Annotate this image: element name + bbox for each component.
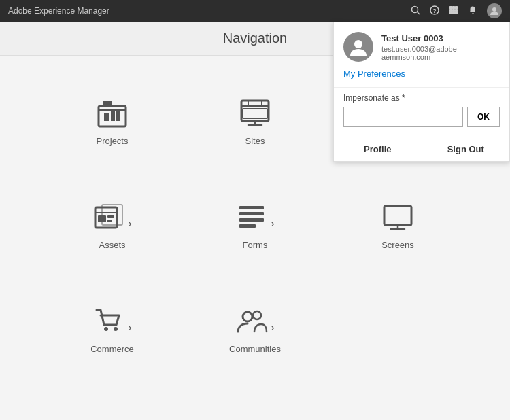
forms-icon: › bbox=[235, 200, 274, 233]
popup-footer: Profile Sign Out bbox=[334, 137, 509, 161]
svg-rect-7 bbox=[455, 12, 458, 14]
forms-label: Forms bbox=[243, 240, 268, 250]
svg-rect-17 bbox=[104, 113, 109, 121]
projects-label: Projects bbox=[97, 136, 129, 146]
svg-rect-29 bbox=[107, 215, 114, 218]
svg-text:?: ? bbox=[432, 7, 437, 14]
svg-rect-30 bbox=[107, 220, 112, 222]
svg-rect-6 bbox=[449, 12, 452, 14]
help-icon[interactable]: ? bbox=[430, 5, 439, 17]
search-icon[interactable] bbox=[411, 5, 420, 17]
assets-icon: › bbox=[92, 200, 131, 233]
svg-rect-35 bbox=[239, 224, 256, 228]
svg-rect-12 bbox=[452, 9, 455, 12]
user-popup: Test User 0003 test.user.0003@adobe-aemm… bbox=[333, 22, 510, 162]
commerce-icon: › bbox=[92, 304, 131, 337]
sites-label: Sites bbox=[245, 136, 265, 146]
projects-icon bbox=[96, 97, 129, 129]
svg-point-40 bbox=[253, 311, 261, 319]
svg-rect-9 bbox=[452, 12, 455, 14]
impersonate-section: Impersonate as * OK bbox=[334, 87, 509, 137]
top-bar: Adobe Experience Manager ? bbox=[0, 0, 510, 22]
user-email: test.user.0003@adobe-aemmson.com bbox=[381, 45, 500, 61]
nav-item-sites[interactable]: Sites bbox=[184, 76, 326, 167]
sites-icon bbox=[239, 97, 271, 129]
nav-item-projects[interactable]: Projects bbox=[41, 76, 184, 167]
svg-rect-34 bbox=[239, 218, 264, 222]
svg-rect-33 bbox=[239, 212, 264, 215]
nav-item-screens[interactable]: Screens bbox=[326, 180, 469, 270]
svg-line-1 bbox=[418, 12, 420, 14]
signout-button[interactable]: Sign Out bbox=[422, 137, 510, 161]
svg-point-39 bbox=[243, 312, 252, 321]
impersonate-input[interactable] bbox=[343, 107, 463, 127]
impersonate-label: Impersonate as * bbox=[343, 93, 500, 103]
screens-label: Screens bbox=[381, 240, 414, 250]
svg-rect-10 bbox=[449, 9, 452, 12]
svg-rect-22 bbox=[243, 109, 267, 118]
assets-label: Assets bbox=[99, 240, 125, 250]
svg-point-37 bbox=[104, 327, 108, 331]
nav-item-communities[interactable]: › Communities bbox=[184, 284, 326, 374]
svg-rect-18 bbox=[111, 110, 115, 121]
svg-rect-8 bbox=[452, 6, 455, 9]
grid-icon[interactable] bbox=[449, 5, 458, 17]
profile-button[interactable]: Profile bbox=[334, 137, 422, 161]
impersonate-ok-button[interactable]: OK bbox=[467, 107, 500, 127]
svg-rect-4 bbox=[449, 6, 452, 9]
nav-title: Navigation bbox=[223, 31, 288, 46]
nav-item-assets[interactable]: › Assets bbox=[41, 180, 184, 270]
svg-rect-32 bbox=[239, 206, 264, 209]
user-avatar-large bbox=[343, 32, 373, 62]
svg-point-38 bbox=[114, 327, 118, 331]
user-info: Test User 0003 test.user.0003@adobe-aemm… bbox=[381, 33, 500, 61]
communities-icon: › bbox=[235, 304, 274, 337]
user-popup-header: Test User 0003 test.user.0003@adobe-aemm… bbox=[334, 22, 509, 69]
nav-item-forms[interactable]: › Forms bbox=[184, 180, 326, 270]
nav-item-commerce[interactable]: › Commerce bbox=[41, 284, 184, 374]
svg-rect-19 bbox=[116, 111, 120, 121]
user-name: Test User 0003 bbox=[381, 33, 500, 43]
svg-point-0 bbox=[412, 6, 418, 12]
svg-rect-36 bbox=[384, 206, 411, 225]
svg-point-13 bbox=[492, 7, 496, 12]
communities-label: Communities bbox=[229, 344, 281, 354]
bell-icon[interactable] bbox=[468, 5, 477, 17]
commerce-label: Commerce bbox=[90, 344, 134, 354]
top-bar-icons: ? bbox=[411, 3, 502, 18]
svg-rect-5 bbox=[455, 6, 458, 9]
svg-rect-16 bbox=[103, 101, 112, 107]
my-preferences-link[interactable]: My Preferences bbox=[334, 69, 509, 87]
impersonate-row: OK bbox=[343, 107, 500, 127]
app-title: Adobe Experience Manager bbox=[8, 6, 109, 16]
svg-rect-11 bbox=[455, 9, 458, 12]
svg-point-14 bbox=[354, 40, 362, 48]
screens-icon bbox=[381, 200, 414, 233]
user-avatar-button[interactable] bbox=[487, 3, 502, 18]
